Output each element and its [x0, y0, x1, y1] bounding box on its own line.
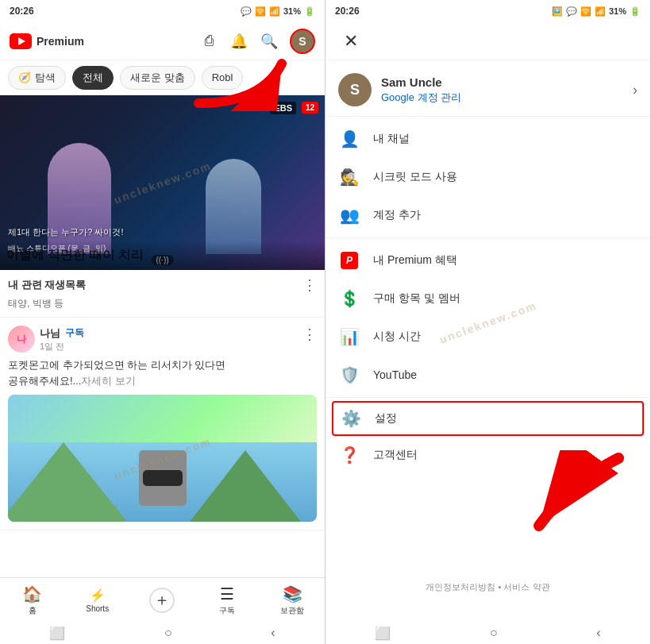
- figure-right: [206, 159, 261, 254]
- system-nav-right: ⬜ ○ ‹: [326, 622, 650, 644]
- my-channel-icon: 👤: [340, 129, 360, 148]
- settings-label: 설정: [375, 411, 397, 426]
- video-badge: 12: [302, 102, 318, 114]
- incognito-icon: 🕵️: [340, 168, 360, 187]
- menu-settings[interactable]: ⚙️ 설정: [332, 401, 644, 436]
- incognito-label: 시크릿 모드 사용: [373, 170, 457, 184]
- privacy-link[interactable]: 개인정보처리방침: [426, 582, 495, 592]
- youtube-logo: Premium: [10, 33, 84, 49]
- thumbnail-title: 이별에 적면한 때이 치리: [6, 248, 144, 261]
- sys-back-btn[interactable]: ‹: [271, 626, 275, 640]
- system-nav-left: ⬜ ○ ‹: [0, 622, 325, 644]
- menu-premium[interactable]: P 내 Premium 혜택: [326, 241, 650, 280]
- menu-list: 👤 내 채널 🕵️ 시크릿 모드 사용 👥 계정 추가 P 내 Premium …: [326, 117, 650, 477]
- compass-icon: 🧭: [18, 71, 31, 83]
- video-thumbnail[interactable]: EBS 12 제1대 한다는 누구가? 싸이것! 배뇨 스튜디오픈 (목, 금,…: [0, 95, 325, 270]
- nav-home-label: 홈: [29, 605, 37, 616]
- menu-incognito[interactable]: 🕵️ 시크릿 모드 사용: [326, 158, 650, 196]
- thumbnail-banner: 제1대 한다는 누구가? 싸이것!: [8, 226, 123, 238]
- account-avatar: S: [338, 73, 372, 106]
- chip-new[interactable]: 새로운 맞춤: [120, 66, 195, 90]
- top-bar-right: ✕: [326, 22, 650, 60]
- right-screen: 20:26 🖼️ 💬 🛜 📶 31% 🔋 ✕ S Sam Uncle Googl…: [326, 0, 651, 644]
- chip-new-label: 새로운 맞춤: [130, 71, 185, 85]
- watch-time-icon-wrap: 📊: [338, 326, 360, 348]
- playlist-title: 내 관련 재생목록: [8, 278, 86, 292]
- status-bar-left: 20:26 💬 🛜 📶 31% 🔋: [0, 0, 325, 22]
- post-more-link[interactable]: 자세히 보기: [81, 375, 136, 387]
- battery-icon-right: 🔋: [630, 6, 641, 17]
- signal-icon: 📶: [269, 6, 280, 17]
- purchases-icon: 💲: [340, 289, 360, 308]
- menu-youtube-kids[interactable]: 🛡️ YouTube: [326, 356, 650, 394]
- playlist-more-icon[interactable]: ⋮: [302, 276, 317, 294]
- youtube-kids-label: YouTube: [373, 368, 417, 381]
- logo-premium-text: Premium: [37, 35, 84, 48]
- menu-purchases[interactable]: 💲 구매 항목 및 멤버: [326, 280, 650, 318]
- nav-library[interactable]: 📚 보관함: [272, 584, 312, 616]
- terms-link[interactable]: 서비스 약관: [503, 582, 549, 592]
- red-arrow-profile: [191, 48, 302, 114]
- menu-divider-2: [326, 397, 650, 398]
- left-screen: 20:26 💬 🛜 📶 31% 🔋 Premium ⎙ 🔔 🔍 S: [0, 0, 326, 644]
- message-icon: 💬: [241, 6, 252, 17]
- my-channel-label: 내 채널: [373, 132, 410, 146]
- menu-help[interactable]: ❓ 고객센터: [326, 436, 650, 474]
- post-more-icon[interactable]: ⋮: [302, 326, 317, 343]
- menu-add-account[interactable]: 👥 계정 추가: [326, 196, 650, 234]
- menu-footer: 개인정보처리방침 • 서비스 약관: [326, 575, 650, 600]
- help-icon-wrap: ❓: [338, 444, 360, 466]
- premium-icon-wrap: P: [338, 249, 360, 272]
- subscribe-button[interactable]: 구독: [65, 326, 84, 340]
- sys-menu-btn[interactable]: ⬜: [49, 626, 65, 641]
- message-icon-right: 💬: [566, 6, 577, 17]
- premium-icon: P: [341, 252, 358, 269]
- status-icons-left: 💬 🛜 📶 31% 🔋: [241, 6, 315, 17]
- help-label: 고객센터: [373, 448, 418, 462]
- watch-time-label: 시청 시간: [373, 330, 421, 344]
- sys-home-btn-r[interactable]: ○: [490, 626, 498, 640]
- account-header[interactable]: S Sam Uncle Google 계정 관리 ›: [326, 60, 650, 117]
- post-channel: 나 나님 구독 1일 전: [8, 326, 84, 353]
- nav-home[interactable]: 🏠 홈: [13, 584, 52, 616]
- close-button[interactable]: ✕: [338, 29, 364, 54]
- nav-subscriptions[interactable]: ☰ 구독: [207, 584, 247, 616]
- chip-explore[interactable]: 🧭 탐색: [8, 66, 66, 90]
- youtube-kids-icon-wrap: 🛡️: [338, 364, 360, 386]
- nav-shorts[interactable]: ⚡ Shorts: [78, 588, 117, 613]
- status-bar-right: 20:26 🖼️ 💬 🛜 📶 31% 🔋: [326, 0, 650, 22]
- menu-my-channel[interactable]: 👤 내 채널: [326, 120, 650, 158]
- library-icon: 📚: [283, 584, 302, 604]
- sys-menu-btn-r[interactable]: ⬜: [375, 626, 391, 641]
- channel-avatar: 나: [8, 326, 35, 353]
- youtube-play-icon: [10, 33, 32, 49]
- account-chevron-icon[interactable]: ›: [633, 82, 638, 98]
- post-thumbnail[interactable]: uncleknew.com: [8, 395, 317, 522]
- add-account-label: 계정 추가: [373, 208, 421, 222]
- premium-label: 내 Premium 혜택: [373, 253, 457, 268]
- shorts-icon: ⚡: [90, 588, 106, 603]
- settings-icon: ⚙️: [341, 409, 361, 428]
- battery-text-left: 31%: [283, 6, 301, 16]
- menu-divider-1: [326, 237, 650, 238]
- channel-info: 나님 구독 1일 전: [40, 326, 84, 353]
- signal-icon-right: 📶: [595, 6, 606, 17]
- my-channel-icon-wrap: 👤: [338, 128, 360, 150]
- status-time-right: 20:26: [335, 6, 360, 17]
- chip-all[interactable]: 전체: [72, 66, 114, 90]
- battery-right: 31%: [609, 6, 626, 16]
- create-button[interactable]: ＋: [149, 588, 175, 613]
- nav-create[interactable]: ＋: [142, 588, 182, 613]
- sys-home-btn[interactable]: ○: [164, 626, 172, 640]
- account-details: Sam Uncle Google 계정 관리: [381, 75, 623, 105]
- sys-back-btn-r[interactable]: ‹: [596, 626, 600, 640]
- watch-time-icon: 📊: [340, 327, 360, 346]
- post-item: 나 나님 구독 1일 전 ⋮ 포켓몬고에 추가되었으면 하는 리서치가 있다면 …: [0, 318, 325, 530]
- channel-name: 나님: [40, 326, 60, 341]
- account-manage-link[interactable]: Google 계정 관리: [381, 91, 623, 105]
- mountain-left: [8, 442, 127, 522]
- chip-explore-label: 탐색: [35, 71, 56, 85]
- mountain-right: [190, 450, 301, 522]
- playlist-section: 내 관련 재생목록 ⋮ 태양, 빅뱅 등: [0, 270, 325, 318]
- nav-library-label: 보관함: [280, 605, 304, 616]
